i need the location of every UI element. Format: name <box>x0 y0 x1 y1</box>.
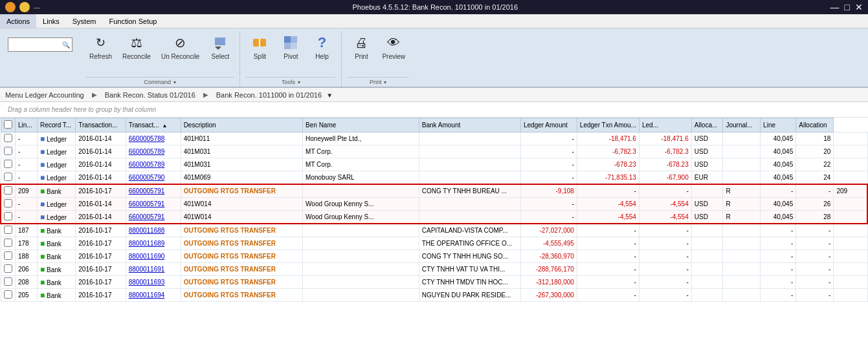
maximize-button[interactable]: □ <box>845 2 850 12</box>
menu-actions[interactable]: Actions <box>0 14 36 28</box>
row-bank-amt: -28,360,970 <box>520 250 577 263</box>
row-alloc2 <box>834 171 867 185</box>
table-row[interactable]: 205 ■ Bank 2016-10-178800011694OUTGOING … <box>1 289 867 302</box>
table-row[interactable]: 206 ■ Bank 2016-10-178800011691OUTGOING … <box>1 263 867 276</box>
row-checkbox-cell[interactable] <box>1 237 16 250</box>
row-trans-no[interactable]: 8800011690 <box>126 250 181 263</box>
col-header-check[interactable] <box>1 118 16 133</box>
search-input[interactable] <box>8 41 60 48</box>
preview-button[interactable]: 👁 Preview <box>378 31 409 63</box>
row-journal: - <box>761 184 796 198</box>
row-desc: Wood Group Kenny S... <box>303 211 419 224</box>
close-button[interactable]: ✕ <box>855 2 863 12</box>
menu-function-setup[interactable]: Function Setup <box>102 14 163 28</box>
col-header-alloca[interactable]: Alloca... <box>691 118 723 133</box>
search-icon[interactable]: 🔍 <box>60 41 72 48</box>
print-expand-icon[interactable]: ▾ <box>384 80 386 85</box>
col-header-alloc2[interactable]: Allocation <box>796 118 834 133</box>
row-trans-no[interactable]: 8800011694 <box>126 289 181 302</box>
row-ledger-txn: -6,782.3 <box>639 145 691 158</box>
row-checkbox-cell[interactable] <box>1 289 16 302</box>
row-trans-no[interactable]: 8800011688 <box>126 224 181 237</box>
split-icon <box>250 34 269 52</box>
row-checkbox-cell[interactable] <box>1 145 16 158</box>
row-line: 188 <box>16 250 38 263</box>
menu-system[interactable]: System <box>66 14 103 28</box>
row-line: - <box>16 198 38 211</box>
row-trans-date: 2016-01-14 <box>76 158 126 171</box>
print-button[interactable]: 🖨 Print <box>347 31 375 63</box>
row-checkbox-cell[interactable] <box>1 224 16 237</box>
ribbon-section-print: 🖨 Print 👁 Preview Print ▾ <box>342 31 414 87</box>
table-row[interactable]: - ■ Ledger 2016-01-146600005789401M031MT… <box>1 158 867 171</box>
table-row[interactable]: - ■ Ledger 2016-01-146600005791401W014Wo… <box>1 211 867 224</box>
help-button[interactable]: ? Help <box>307 31 336 63</box>
table-row[interactable]: 208 ■ Bank 2016-10-178800011693OUTGOING … <box>1 276 867 289</box>
row-checkbox-cell[interactable] <box>1 198 16 211</box>
table-row[interactable]: - ■ Ledger 2016-01-146600005791401W014Wo… <box>1 198 867 211</box>
col-header-line[interactable]: Lin... <box>16 118 38 133</box>
row-trans-no[interactable]: 6600005789 <box>126 158 181 171</box>
col-header-bank-amt[interactable]: Bank Amount <box>419 118 520 133</box>
row-checkbox-cell[interactable] <box>1 171 16 185</box>
select-button[interactable]: Select <box>206 31 234 63</box>
search-box[interactable]: 🔍 <box>8 37 72 52</box>
table-row[interactable]: 178 ■ Bank 2016-10-178800011689OUTGOING … <box>1 237 867 250</box>
pivot-button[interactable]: Pivot <box>276 31 305 63</box>
row-trans-no[interactable]: 6600005788 <box>126 133 181 145</box>
window-controls[interactable]: — □ ✕ <box>830 2 863 12</box>
row-trans-no[interactable]: 8800011689 <box>126 237 181 250</box>
ribbon-section-command: ↻ Refresh ⚖ Reconcile ⊘ Un Reconcile Sel… <box>80 31 240 87</box>
reconcile-button[interactable]: ⚖ Reconcile <box>118 31 155 63</box>
row-record-label: Ledger <box>47 136 67 143</box>
col-header-ledger-txn[interactable]: Ledger Txn Amou... <box>577 118 639 133</box>
tools-expand-icon[interactable]: ▾ <box>298 80 300 85</box>
command-expand-icon[interactable]: ▾ <box>173 80 176 85</box>
breadcrumb-menu[interactable]: Menu Ledger Accounting <box>5 91 84 99</box>
row-trans-no[interactable]: 8800011693 <box>126 276 181 289</box>
table-row[interactable]: - ■ Ledger 2016-01-146600005789401M031MT… <box>1 145 867 158</box>
row-ben: THE OPERATING OFFICE O... <box>419 237 520 250</box>
row-checkbox-cell[interactable] <box>1 211 16 224</box>
row-trans-no[interactable]: 6600005791 <box>126 198 181 211</box>
row-checkbox-cell[interactable] <box>1 276 16 289</box>
row-trans-no[interactable]: 6600005791 <box>126 184 181 198</box>
col-header-ledger-amt[interactable]: Ledger Amount <box>520 118 577 133</box>
col-header-line2[interactable]: Line <box>761 118 796 133</box>
row-trans-no[interactable]: 8800011691 <box>126 263 181 276</box>
col-header-trans-date[interactable]: Transaction... <box>76 118 126 133</box>
row-ledger-txn: - <box>639 289 691 302</box>
row-checkbox-cell[interactable] <box>1 133 16 145</box>
col-header-led[interactable]: Led... <box>639 118 691 133</box>
col-header-desc[interactable]: Description <box>181 118 302 133</box>
table-row[interactable]: 187 ■ Bank 2016-10-178800011688OUTGOING … <box>1 224 867 237</box>
col-header-trans-no[interactable]: Transact... ▲ <box>126 118 181 133</box>
split-button[interactable]: Split <box>245 31 274 63</box>
row-checkbox-cell[interactable] <box>1 250 16 263</box>
table-row[interactable]: 188 ■ Bank 2016-10-178800011690OUTGOING … <box>1 250 867 263</box>
row-checkbox-cell[interactable] <box>1 184 16 198</box>
row-checkbox-cell[interactable] <box>1 158 16 171</box>
row-ledger-amt: -4,554 <box>577 211 639 224</box>
col-header-record[interactable]: Record T... <box>37 118 75 133</box>
row-trans-no[interactable]: 6600005789 <box>126 145 181 158</box>
table-row[interactable]: 209 ■ Bank 2016-10-176600005791OUTGOING … <box>1 184 867 198</box>
row-line: 206 <box>16 263 38 276</box>
minimize-button[interactable]: — <box>830 2 840 12</box>
row-trans-date: 2016-10-17 <box>76 237 126 250</box>
row-checkbox-cell[interactable] <box>1 263 16 276</box>
breadcrumb-status[interactable]: Bank Recon. Status 01/2016 <box>105 91 195 99</box>
row-trans-no[interactable]: 6600005790 <box>126 171 181 185</box>
menu-links[interactable]: Links <box>36 14 66 28</box>
col-header-journal[interactable]: Journal... <box>723 118 761 133</box>
select-all-checkbox[interactable] <box>4 120 12 129</box>
row-ledger-txn: -67,900 <box>639 171 691 185</box>
table-row[interactable]: - ■ Ledger 2016-01-146600005788401H011Ho… <box>1 133 867 145</box>
row-record-label: Ledger <box>47 214 67 221</box>
refresh-button[interactable]: ↻ Refresh <box>85 31 116 63</box>
col-header-ben[interactable]: Ben Name <box>303 118 419 133</box>
unreconcile-button[interactable]: ⊘ Un Reconcile <box>157 31 203 63</box>
row-trans-no[interactable]: 6600005791 <box>126 211 181 224</box>
table-row[interactable]: - ■ Ledger 2016-01-146600005790401M069Mo… <box>1 171 867 185</box>
row-alloc2 <box>834 276 867 289</box>
